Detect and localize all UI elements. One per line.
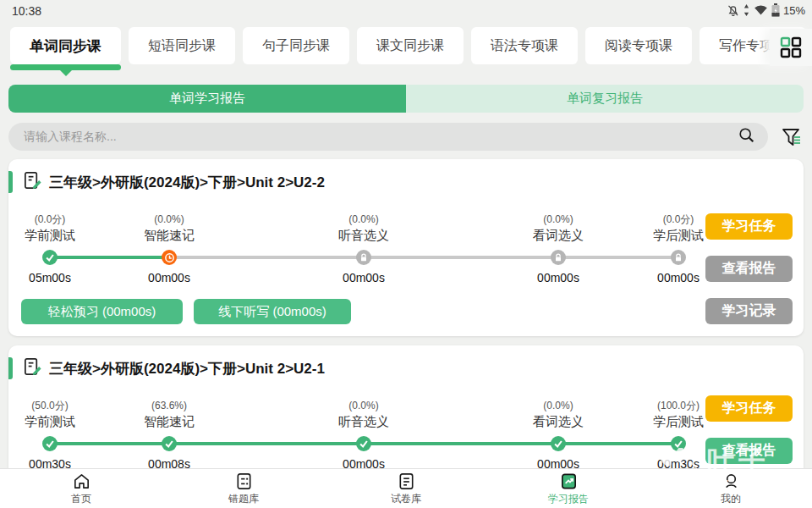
study-task-button[interactable]: 学习任务 bbox=[705, 395, 793, 422]
nav-home[interactable]: 首页 bbox=[0, 469, 162, 508]
step-listen-choose: (0.0%) 听音选义 00m00s bbox=[309, 400, 419, 471]
profile-icon bbox=[721, 472, 741, 491]
tab-label: 句子同步课 bbox=[262, 37, 330, 55]
course-card-u2-2: 三年级>外研版(2024版)>下册>Unit 2>U2-2 (0.0分) 学前测… bbox=[8, 159, 804, 336]
offline-dictation-button[interactable]: 线下听写 (00m00s) bbox=[194, 299, 351, 324]
tab-phrase-sync[interactable]: 短语同步课 bbox=[129, 27, 235, 64]
document-edit-icon bbox=[23, 171, 42, 194]
step-name: 看词选义 bbox=[503, 414, 613, 429]
card-title: 三年级>外研版(2024版)>下册>Unit 2>U2-1 bbox=[49, 359, 325, 378]
subtab-study-report[interactable]: 单词学习报告 bbox=[8, 85, 406, 113]
step-name: 智能速记 bbox=[114, 414, 224, 429]
accent-bar bbox=[8, 357, 13, 379]
check-icon bbox=[356, 436, 371, 451]
nav-exam-papers[interactable]: 试卷库 bbox=[325, 469, 487, 508]
study-record-button[interactable]: 学习记录 bbox=[705, 298, 793, 324]
step-pretest: (0.0分) 学前测试 05m00s bbox=[0, 213, 105, 284]
step-time: 05m00s bbox=[0, 271, 105, 284]
check-icon bbox=[551, 436, 566, 451]
course-tabs: 单词同步课 短语同步课 句子同步课 课文同步课 语法专项课 阅读专项课 写作专项… bbox=[10, 27, 812, 76]
bottom-nav: 首页 错题库 试卷库 学习报告 我的 bbox=[0, 468, 812, 508]
search-input[interactable]: 请输入课程名称... bbox=[8, 123, 768, 151]
easy-preview-button[interactable]: 轻松预习 (00m00s) bbox=[21, 299, 183, 324]
search-icon[interactable] bbox=[738, 126, 756, 148]
home-icon bbox=[72, 472, 91, 491]
paper-bank-icon bbox=[397, 472, 416, 491]
step-name: 学前测试 bbox=[0, 228, 105, 243]
filter-button[interactable] bbox=[778, 124, 804, 150]
tab-label: 阅读专项课 bbox=[605, 37, 672, 55]
step-time: 00m00s bbox=[114, 271, 224, 284]
step-time: 00m00s bbox=[503, 271, 613, 284]
nav-label: 首页 bbox=[71, 492, 91, 506]
lock-icon bbox=[356, 250, 371, 265]
nav-label: 我的 bbox=[721, 492, 741, 506]
check-icon bbox=[671, 436, 686, 451]
tab-label: 单词同步课 bbox=[30, 36, 102, 56]
subtab-review-report[interactable]: 单词复习报告 bbox=[406, 85, 804, 113]
step-pretest: (50.0分) 学前测试 00m30s bbox=[0, 400, 105, 471]
nav-label: 试卷库 bbox=[391, 492, 421, 506]
step-memorize: (0.0%) 智能速记 00m00s bbox=[114, 213, 224, 284]
report-subtabs: 单词学习报告 单词复习报告 bbox=[8, 85, 804, 113]
step-score: (0.0%) bbox=[503, 213, 613, 225]
nav-study-report[interactable]: 学习报告 bbox=[487, 469, 650, 508]
lock-icon bbox=[671, 250, 686, 265]
lock-icon bbox=[551, 250, 566, 265]
step-score: (0.0%) bbox=[503, 400, 613, 411]
step-score: (63.6%) bbox=[114, 400, 224, 411]
accent-bar bbox=[8, 171, 13, 193]
battery-percent: 15% bbox=[783, 4, 805, 17]
nav-label: 学习报告 bbox=[548, 492, 589, 506]
step-memorize: (63.6%) 智能速记 00m08s bbox=[114, 400, 224, 471]
nav-profile[interactable]: 我的 bbox=[650, 469, 812, 508]
step-score: (50.0分) bbox=[0, 400, 105, 411]
grid-icon bbox=[780, 36, 802, 58]
step-time: 00m00s bbox=[309, 271, 419, 284]
step-listen-choose: (0.0%) 听音选义 00m00s bbox=[309, 213, 419, 284]
nav-wrong-questions[interactable]: 错题库 bbox=[162, 469, 325, 508]
wifi-icon bbox=[754, 4, 768, 16]
filter-funnel-icon bbox=[780, 126, 802, 148]
step-score: (0.0%) bbox=[114, 213, 224, 225]
tab-label: 语法专项课 bbox=[491, 37, 558, 55]
tab-grid-menu-button[interactable] bbox=[770, 29, 812, 66]
status-bar: 10:38 15% bbox=[0, 0, 812, 24]
data-transfer-icon bbox=[743, 4, 750, 16]
subtab-label: 单词学习报告 bbox=[169, 91, 245, 107]
step-score: (0.0分) bbox=[0, 213, 105, 225]
tab-label: 短语同步课 bbox=[148, 37, 216, 55]
step-see-choose: (0.0%) 看词选义 00m00s bbox=[503, 400, 613, 471]
battery-icon bbox=[771, 3, 780, 17]
check-icon bbox=[42, 250, 58, 265]
subtab-label: 单词复习报告 bbox=[567, 91, 643, 107]
tab-sentence-sync[interactable]: 句子同步课 bbox=[243, 27, 349, 64]
step-name: 看词选义 bbox=[503, 228, 613, 243]
tab-word-sync[interactable]: 单词同步课 bbox=[10, 27, 121, 64]
study-task-button[interactable]: 学习任务 bbox=[705, 213, 793, 240]
status-time: 10:38 bbox=[12, 4, 41, 18]
step-name: 听音选义 bbox=[309, 228, 419, 243]
study-report-icon bbox=[559, 472, 579, 491]
mute-icon bbox=[727, 4, 739, 17]
search-placeholder: 请输入课程名称... bbox=[24, 130, 738, 145]
step-name: 智能速记 bbox=[114, 228, 224, 243]
check-icon bbox=[162, 436, 177, 451]
view-report-button[interactable]: 查看报告 bbox=[705, 256, 793, 282]
tab-label: 课文同步课 bbox=[376, 37, 444, 55]
check-icon bbox=[42, 436, 58, 451]
document-edit-icon bbox=[23, 357, 42, 380]
step-score: (0.0%) bbox=[309, 400, 419, 411]
step-score: (0.0%) bbox=[309, 213, 419, 225]
nav-label: 错题库 bbox=[228, 492, 259, 506]
step-name: 听音选义 bbox=[309, 414, 419, 429]
view-report-button[interactable]: 查看报告 bbox=[705, 438, 793, 464]
tab-grammar[interactable]: 语法专项课 bbox=[471, 27, 578, 64]
wrong-question-bank-icon bbox=[234, 472, 254, 491]
step-name: 学前测试 bbox=[0, 414, 105, 429]
tab-text-sync[interactable]: 课文同步课 bbox=[357, 27, 464, 64]
tab-reading[interactable]: 阅读专项课 bbox=[585, 27, 692, 64]
step-see-choose: (0.0%) 看词选义 00m00s bbox=[503, 213, 613, 284]
clock-icon bbox=[162, 250, 177, 265]
card-title: 三年级>外研版(2024版)>下册>Unit 2>U2-2 bbox=[49, 173, 325, 192]
